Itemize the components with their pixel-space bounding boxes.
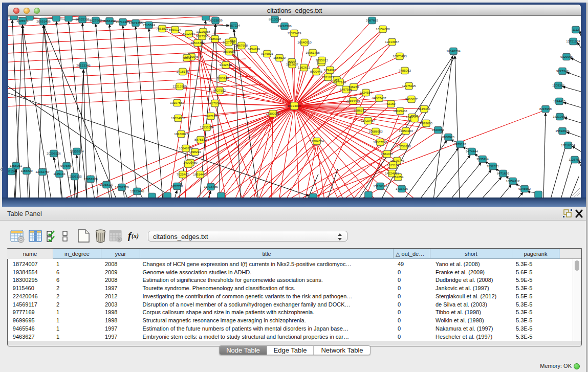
svg-text:7386372: 7386372: [354, 108, 366, 112]
svg-text:20691406: 20691406: [36, 19, 51, 23]
svg-text:3267110: 3267110: [205, 114, 217, 118]
svg-text:9777169: 9777169: [334, 80, 346, 84]
svg-text:12923448: 12923448: [130, 189, 144, 193]
svg-text:10025433: 10025433: [393, 109, 407, 113]
svg-text:15692971: 15692971: [555, 129, 570, 133]
svg-text:8990443: 8990443: [310, 70, 323, 73]
svg-text:9327508: 9327508: [223, 40, 235, 44]
svg-text:62160: 62160: [386, 102, 396, 105]
svg-text:19166827: 19166827: [174, 132, 188, 136]
svg-text:20364436: 20364436: [346, 99, 360, 102]
svg-text:17016504: 17016504: [561, 143, 575, 147]
svg-text:7663822: 7663822: [156, 27, 169, 30]
svg-text:16210643: 16210643: [553, 115, 567, 118]
svg-text:4498222: 4498222: [189, 150, 202, 154]
svg-text:10688603: 10688603: [368, 129, 383, 133]
svg-text:10107552: 10107552: [170, 101, 184, 104]
svg-text:6794028: 6794028: [324, 68, 337, 72]
svg-text:16640910: 16640910: [297, 40, 312, 44]
svg-text:10756928: 10756928: [397, 144, 411, 148]
svg-text:6466160: 6466160: [103, 19, 116, 23]
svg-text:8813054: 8813054: [269, 17, 281, 21]
svg-text:16033809: 16033809: [208, 18, 223, 22]
svg-text:20153346: 20153346: [76, 63, 91, 67]
svg-text:252254: 252254: [393, 175, 404, 179]
svg-text:6497568: 6497568: [340, 87, 353, 91]
svg-text:16782759: 16782759: [115, 185, 129, 189]
svg-text:8454749: 8454749: [248, 47, 260, 51]
svg-text:15136141: 15136141: [373, 184, 387, 188]
svg-text:8471626: 8471626: [497, 171, 510, 175]
svg-text:16648784: 16648784: [446, 49, 461, 53]
svg-text:1733426: 1733426: [396, 187, 408, 190]
svg-text:7632621: 7632621: [487, 164, 499, 168]
svg-text:1126753: 1126753: [569, 158, 581, 161]
svg-text:7357224: 7357224: [228, 24, 241, 27]
svg-text:1527602: 1527602: [90, 18, 102, 22]
svg-text:1405571: 1405571: [16, 19, 29, 23]
svg-text:9227342: 9227342: [556, 69, 569, 73]
svg-text:7625402: 7625402: [177, 172, 189, 176]
svg-text:16914479: 16914479: [193, 172, 207, 176]
svg-text:19654983: 19654983: [171, 116, 185, 120]
svg-text:6479197: 6479197: [454, 142, 467, 146]
svg-text:9474444: 9474444: [466, 149, 478, 153]
svg-text:12213967: 12213967: [385, 40, 399, 43]
svg-text:16671355: 16671355: [128, 21, 143, 25]
svg-text:8938923: 8938923: [442, 135, 455, 139]
svg-text:9327500: 9327500: [196, 34, 209, 38]
svg-text:0699695: 0699695: [420, 121, 433, 125]
svg-text:19384554: 19384554: [310, 139, 324, 143]
svg-text:2087682: 2087682: [366, 18, 379, 22]
svg-text:9245652: 9245652: [518, 187, 531, 190]
svg-text:19654923: 19654923: [399, 129, 413, 133]
svg-text:12213369: 12213369: [172, 84, 187, 88]
svg-text:18807249: 18807249: [373, 140, 387, 144]
svg-text:9115460: 9115460: [418, 107, 430, 111]
svg-text:7515524: 7515524: [143, 23, 156, 27]
svg-text:2935114: 2935114: [476, 157, 489, 161]
svg-text:12505135: 12505135: [68, 174, 82, 178]
svg-text:19218506: 19218506: [277, 24, 292, 28]
svg-text:18724007: 18724007: [287, 104, 301, 107]
svg-text:1855051: 1855051: [10, 164, 23, 167]
svg-text:9975887: 9975887: [60, 164, 73, 167]
svg-text:10655326: 10655326: [75, 17, 90, 21]
svg-text:8427552: 8427552: [213, 89, 226, 92]
svg-text:1362615: 1362615: [298, 65, 311, 69]
svg-text:8186328: 8186328: [209, 37, 222, 40]
svg-text:12942757: 12942757: [35, 170, 50, 173]
svg-text:7485063: 7485063: [399, 69, 411, 72]
svg-text:10958107: 10958107: [99, 183, 114, 186]
svg-text:1244415: 1244415: [553, 99, 566, 103]
svg-text:15716485: 15716485: [204, 185, 218, 188]
svg-text:16961758: 16961758: [306, 51, 320, 54]
svg-text:20206526: 20206526: [47, 151, 61, 155]
svg-text:1849575: 1849575: [406, 115, 419, 119]
svg-text:10807487: 10807487: [372, 96, 386, 100]
svg-text:10046726: 10046726: [179, 146, 193, 150]
svg-text:8215958: 8215958: [539, 107, 552, 111]
svg-text:7955812: 7955812: [316, 58, 329, 62]
svg-text:1640954: 1640954: [432, 128, 445, 132]
svg-text:8660124: 8660124: [169, 28, 182, 31]
svg-text:17957225: 17957225: [83, 177, 98, 181]
svg-text:13226058: 13226058: [196, 30, 210, 33]
svg-text:18300295: 18300295: [266, 112, 280, 115]
svg-text:3824554: 3824554: [360, 91, 373, 94]
svg-text:1145194: 1145194: [53, 172, 66, 176]
svg-text:1621072: 1621072: [322, 75, 335, 79]
svg-text:2803144: 2803144: [216, 76, 229, 80]
svg-text:9390: 9390: [183, 56, 190, 59]
svg-text:2867608: 2867608: [235, 43, 248, 47]
svg-text:9329966: 9329966: [560, 55, 573, 58]
svg-text:10543362: 10543362: [190, 41, 205, 45]
svg-text:15720407: 15720407: [361, 119, 375, 122]
svg-text:10719185: 10719185: [116, 20, 130, 24]
svg-text:2718176: 2718176: [177, 70, 189, 73]
svg-text:14099489: 14099489: [183, 161, 198, 164]
svg-text:11325419: 11325419: [287, 31, 301, 35]
svg-text:1822037: 1822037: [286, 62, 299, 66]
svg-text:10654112: 10654112: [506, 179, 520, 183]
svg-text:1156829: 1156829: [20, 169, 33, 172]
